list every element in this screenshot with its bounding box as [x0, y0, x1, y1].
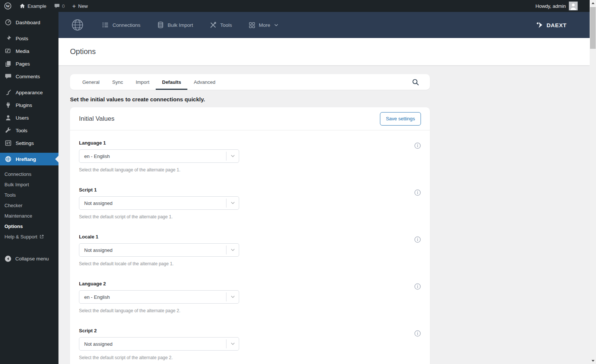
tab-sync[interactable]: Sync [106, 74, 129, 90]
sidebar-item-label: Users [16, 115, 29, 121]
sidebar-item-media[interactable]: Media [0, 45, 58, 57]
daext-brand[interactable]: DAEXT [536, 21, 567, 29]
comments-count: 0 [62, 3, 65, 9]
collapse-menu-button[interactable]: Collapse menu [0, 252, 58, 265]
wordpress-logo-icon: W [4, 2, 12, 10]
hreflang-submenu: Connections Bulk Import Tools Checker Ma… [0, 165, 58, 246]
field-label: Language 1 [79, 140, 421, 146]
sidebar-item-label: Comments [16, 74, 40, 79]
info-icon[interactable] [414, 142, 421, 149]
tab-label: General [82, 79, 99, 85]
sidebar-item-pages[interactable]: Pages [0, 57, 58, 70]
plugin-globe-icon[interactable] [70, 18, 85, 32]
wp-admin-bar: W Example 0 + New Howdy, admin [0, 0, 590, 12]
main-area: Connections Bulk Import Tools [58, 12, 590, 364]
collapse-menu-label: Collapse menu [15, 256, 49, 262]
info-icon[interactable] [414, 283, 421, 290]
search-button[interactable] [410, 77, 420, 87]
save-settings-button[interactable]: Save settings [380, 112, 421, 126]
language-1-select[interactable]: en - English [79, 149, 239, 163]
home-icon [19, 3, 25, 9]
submenu-label: Maintenance [4, 213, 32, 219]
info-icon[interactable] [414, 330, 421, 337]
list-icon [102, 21, 109, 29]
scrollbar-up-arrow[interactable] [590, 0, 596, 6]
submenu-item-connections[interactable]: Connections [0, 169, 58, 179]
header-nav-connections[interactable]: Connections [102, 21, 140, 29]
dashboard-icon [4, 19, 12, 26]
daext-logo-icon [536, 21, 544, 29]
submenu-label: Bulk Import [4, 182, 29, 187]
sidebar-item-appearance[interactable]: Appearance [0, 86, 58, 99]
sidebar-item-users[interactable]: Users [0, 111, 58, 124]
browser-scrollbar[interactable] [590, 0, 596, 364]
field-label: Locale 1 [79, 234, 421, 240]
card-title: Initial Values [79, 115, 114, 123]
new-content-menu[interactable]: + New [69, 0, 92, 12]
chevron-down-icon [226, 294, 239, 300]
plus-icon: + [72, 3, 76, 9]
submenu-item-help-support[interactable]: Help & Support [0, 231, 58, 242]
tab-advanced[interactable]: Advanced [187, 74, 222, 90]
tab-label: Advanced [194, 79, 215, 85]
grid-icon [248, 22, 256, 29]
submenu-item-checker[interactable]: Checker [0, 200, 58, 211]
sidebar-item-label: Appearance [16, 90, 43, 95]
sidebar-item-tools[interactable]: Tools [0, 124, 58, 137]
initial-values-card: Initial Values Save settings Language 1 … [70, 107, 430, 364]
sidebar-item-label: Media [16, 48, 29, 54]
menu-separator [0, 83, 58, 86]
submenu-label: Connections [4, 171, 31, 177]
info-icon[interactable] [414, 236, 421, 243]
script-2-select[interactable]: Not assigned [79, 337, 239, 351]
field-description: Select the default script of the alterna… [79, 355, 421, 360]
header-nav-label: Connections [112, 22, 140, 28]
sidebar-item-dashboard[interactable]: Dashboard [0, 16, 58, 29]
menu-separator [0, 29, 58, 32]
sidebar-item-posts[interactable]: Posts [0, 32, 58, 45]
chevron-down-icon [226, 153, 239, 159]
sidebar-item-label: Tools [16, 128, 28, 133]
sidebar-item-settings[interactable]: Settings [0, 137, 58, 149]
header-nav-bulk-import[interactable]: Bulk Import [157, 21, 193, 29]
tab-defaults[interactable]: Defaults [156, 74, 187, 90]
avatar[interactable] [569, 1, 578, 10]
select-value: Not assigned [79, 341, 226, 347]
card-header: Initial Values Save settings [70, 107, 430, 130]
wp-logo-menu[interactable]: W [0, 0, 16, 12]
submenu-item-maintenance[interactable]: Maintenance [0, 211, 58, 221]
tab-general[interactable]: General [76, 74, 106, 90]
plugin-header: Connections Bulk Import Tools [58, 12, 590, 38]
field-script-2: Script 2 Not assigned Select the default… [79, 328, 421, 360]
comment-icon [4, 73, 12, 80]
tab-label: Defaults [162, 79, 181, 85]
info-icon[interactable] [414, 189, 421, 196]
site-name-link[interactable]: Example [16, 0, 50, 12]
sidebar-item-plugins[interactable]: Plugins [0, 99, 58, 111]
field-locale-1: Locale 1 Not assigned Select the default… [79, 234, 421, 266]
tab-bar: General Sync Import Defaults Advanced [70, 74, 430, 90]
submenu-item-tools[interactable]: Tools [0, 190, 58, 200]
field-language-2: Language 2 en - English Select the defau… [79, 281, 421, 313]
plug-icon [4, 101, 12, 109]
submenu-label: Tools [4, 192, 16, 198]
sidebar-item-label: Settings [16, 140, 34, 146]
submenu-item-options[interactable]: Options [0, 221, 58, 231]
wrench-icon [4, 127, 12, 134]
sidebar-item-hreflang[interactable]: Hreflang [0, 153, 58, 165]
locale-1-select[interactable]: Not assigned [79, 243, 239, 257]
tab-import[interactable]: Import [129, 74, 156, 90]
header-nav-tools[interactable]: Tools [209, 21, 232, 29]
sidebar-item-comments[interactable]: Comments [0, 70, 58, 83]
submenu-item-bulk-import[interactable]: Bulk Import [0, 179, 58, 190]
field-language-1: Language 1 en - English Select the defau… [79, 140, 421, 172]
script-1-select[interactable]: Not assigned [79, 196, 239, 210]
scrollbar-thumb[interactable] [590, 7, 596, 49]
scrollbar-down-arrow[interactable] [590, 358, 596, 364]
comments-menu[interactable]: 0 [50, 0, 69, 12]
new-label: New [78, 3, 88, 9]
howdy-text[interactable]: Howdy, admin [536, 3, 566, 9]
comments-bubble-icon [54, 3, 60, 9]
header-nav-more[interactable]: More [248, 22, 279, 29]
language-2-select[interactable]: en - English [79, 290, 239, 304]
